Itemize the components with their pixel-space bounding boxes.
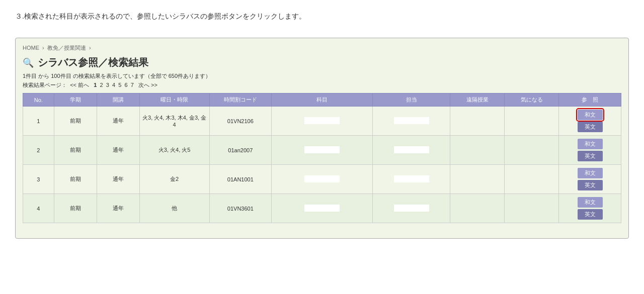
td-youbi: 火3, 火4, 木3, 木4, 金3, 金4: [139, 107, 209, 136]
table-row: 4前期通年他01VN3601和文英文: [23, 194, 621, 223]
btn-eibun-1[interactable]: 英文: [578, 122, 603, 132]
btn-eibun-4[interactable]: 英文: [578, 209, 603, 220]
td-reference: 和文英文: [559, 136, 621, 165]
th-youbi: 曜日・時限: [139, 93, 209, 107]
td-tanto: [372, 194, 450, 223]
td-kamoku: [272, 136, 373, 165]
td-kogi: 通年: [97, 194, 139, 223]
td-gakki: 前期: [54, 136, 97, 165]
th-sanko: 参 照: [559, 93, 621, 107]
breadcrumb-home[interactable]: HOME: [23, 45, 39, 51]
btn-eibun-3[interactable]: 英文: [578, 180, 603, 190]
td-enkaku: [450, 194, 505, 223]
td-gakki: 前期: [54, 107, 97, 136]
pagination-row: 検索結果ページ： << 前へ 1 2 3 4 5 6 7 次へ >>: [23, 81, 621, 89]
td-enkaku: [450, 136, 505, 165]
td-youbi: 金2: [139, 165, 209, 194]
td-code: 01VN3601: [209, 194, 272, 223]
td-code: 01an2007: [209, 136, 272, 165]
btn-wabun-3[interactable]: 和文: [578, 168, 603, 178]
td-youbi: 火3, 火4, 火5: [139, 136, 209, 165]
td-ki: [505, 165, 559, 194]
th-kogi: 開講: [97, 93, 139, 107]
instruction-text: ３.検索された科目が表示されるので、参照したいシラバスの参照ボタンをクリックしま…: [15, 10, 629, 23]
th-no: No.: [23, 93, 54, 107]
th-enkaku: 遠隔授業: [450, 93, 505, 107]
pagination-prev[interactable]: << 前へ: [70, 82, 89, 88]
pagination-next[interactable]: 次へ >>: [138, 82, 157, 88]
td-kogi: 通年: [97, 136, 139, 165]
table-row: 2前期通年火3, 火4, 火501an2007和文英文: [23, 136, 621, 165]
td-reference: 和文英文: [559, 165, 621, 194]
td-no: 3: [23, 165, 54, 194]
results-table: No. 学期 開講 曜日・時限 時間割コード 科目 担当 遠隔授業 気になる 参…: [23, 93, 621, 223]
td-ki: [505, 194, 559, 223]
td-ki: [505, 107, 559, 136]
td-kamoku: [272, 165, 373, 194]
pagination-page-6[interactable]: 6: [124, 82, 127, 88]
table-row: 1前期通年火3, 火4, 木3, 木4, 金3, 金401VN2106和文英文: [23, 107, 621, 136]
th-tanto: 担当: [372, 93, 450, 107]
th-gakki: 学期: [54, 93, 97, 107]
browser-frame: HOME › 教免／授業関連 › 🔍 シラバス参照／検索結果 1件目 から 10…: [15, 38, 629, 239]
pagination-page-4[interactable]: 4: [112, 82, 115, 88]
td-ki: [505, 136, 559, 165]
page-title: シラバス参照／検索結果: [38, 56, 148, 69]
td-code: 01AN1001: [209, 165, 272, 194]
td-no: 1: [23, 107, 54, 136]
th-kamoku: 科目: [272, 93, 373, 107]
pagination-page-1[interactable]: 1: [94, 82, 97, 88]
td-enkaku: [450, 165, 505, 194]
pagination-page-5[interactable]: 5: [118, 82, 121, 88]
btn-eibun-2[interactable]: 英文: [578, 151, 603, 161]
pagination-page-7[interactable]: 7: [131, 82, 134, 88]
search-icon: 🔍: [23, 57, 34, 68]
result-count: 1件目 から 100件目 の検索結果を表示しています（全部で 650件あります）: [23, 72, 621, 80]
td-reference: 和文英文: [559, 107, 621, 136]
btn-wabun-1[interactable]: 和文: [578, 110, 603, 120]
page-title-row: 🔍 シラバス参照／検索結果: [23, 56, 621, 69]
th-code: 時間割コード: [209, 93, 272, 107]
td-gakki: 前期: [54, 194, 97, 223]
btn-wabun-2[interactable]: 和文: [578, 139, 603, 149]
th-ki: 気になる: [505, 93, 559, 107]
table-row: 3前期通年金201AN1001和文英文: [23, 165, 621, 194]
pagination-page-3[interactable]: 3: [106, 82, 109, 88]
breadcrumb: HOME › 教免／授業関連 ›: [23, 44, 621, 52]
breadcrumb-kyomen[interactable]: 教免／授業関連: [47, 45, 86, 51]
td-tanto: [372, 136, 450, 165]
pagination-page-2[interactable]: 2: [100, 82, 103, 88]
td-kamoku: [272, 194, 373, 223]
td-kogi: 通年: [97, 165, 139, 194]
btn-wabun-4[interactable]: 和文: [578, 197, 603, 208]
td-reference: 和文英文: [559, 194, 621, 223]
td-enkaku: [450, 107, 505, 136]
td-no: 2: [23, 136, 54, 165]
td-kamoku: [272, 107, 373, 136]
td-youbi: 他: [139, 194, 209, 223]
table-header-row: No. 学期 開講 曜日・時限 時間割コード 科目 担当 遠隔授業 気になる 参…: [23, 93, 621, 107]
td-kogi: 通年: [97, 107, 139, 136]
td-tanto: [372, 107, 450, 136]
td-code: 01VN2106: [209, 107, 272, 136]
td-gakki: 前期: [54, 165, 97, 194]
td-no: 4: [23, 194, 54, 223]
td-tanto: [372, 165, 450, 194]
